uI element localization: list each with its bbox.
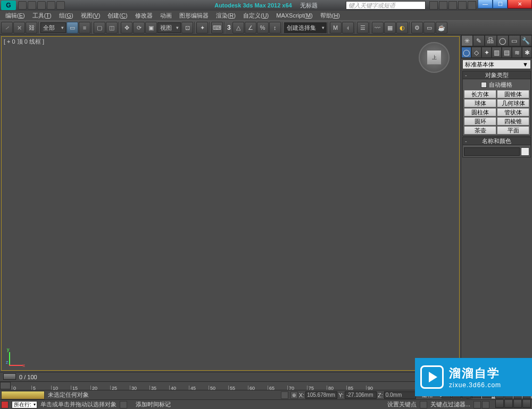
coord-z-input[interactable]: 0.0mm bbox=[384, 391, 416, 399]
bind-icon[interactable]: ⛓ bbox=[26, 22, 37, 34]
menu-编辑[interactable]: 编辑(E) bbox=[2, 11, 28, 20]
coord-y-input[interactable]: -27.106mm bbox=[345, 391, 377, 399]
menu-修改器[interactable]: 修改器 bbox=[132, 11, 156, 20]
link-icon[interactable]: ⟋ bbox=[1, 22, 13, 34]
setkey-button[interactable]: 设置关键点 bbox=[387, 400, 417, 408]
qat-button[interactable] bbox=[47, 1, 55, 10]
window-crossing-icon[interactable]: ◫ bbox=[106, 22, 118, 34]
utilities-tab-icon[interactable]: 🔧 bbox=[520, 35, 532, 46]
rollout-object-type[interactable]: 对象类型 bbox=[462, 71, 531, 79]
object-type-button[interactable]: 圆锥体 bbox=[497, 90, 529, 98]
viewport-label[interactable]: [ + 0 顶 0 线框 ] bbox=[4, 38, 44, 46]
rendered-frame-icon[interactable]: ▭ bbox=[423, 22, 435, 34]
select-object-icon[interactable]: ▭ bbox=[66, 22, 78, 34]
modify-tab-icon[interactable]: ✎ bbox=[473, 35, 485, 46]
object-color-swatch[interactable] bbox=[521, 147, 529, 156]
cameras-icon[interactable]: ▥ bbox=[492, 47, 502, 58]
info-button[interactable] bbox=[468, 1, 476, 10]
minimize-button[interactable]: — bbox=[478, 0, 493, 9]
script-listener-icon[interactable] bbox=[1, 401, 9, 408]
menu-视图[interactable]: 视图(V) bbox=[78, 11, 104, 20]
qat-button[interactable] bbox=[37, 1, 46, 10]
object-type-button[interactable]: 管状体 bbox=[497, 108, 529, 116]
add-time-tag[interactable]: 添加时间标记 bbox=[136, 400, 171, 408]
viewcube[interactable]: 上 bbox=[419, 42, 450, 73]
close-button[interactable]: ✕ bbox=[508, 0, 532, 9]
spacewarps-icon[interactable]: ≋ bbox=[512, 47, 522, 58]
viewcube-face[interactable]: 上 bbox=[427, 50, 442, 65]
manipulate-icon[interactable]: ✦ bbox=[196, 22, 208, 34]
angle-snap-icon[interactable]: ∠ bbox=[245, 22, 256, 34]
object-type-button[interactable]: 圆柱体 bbox=[464, 108, 496, 116]
app-logo-icon[interactable]: G bbox=[1, 1, 16, 10]
menu-自定义[interactable]: 自定义(U) bbox=[240, 11, 272, 20]
scale-icon[interactable]: ▣ bbox=[145, 22, 157, 34]
unlink-icon[interactable]: ⤫ bbox=[13, 22, 25, 34]
zoom-region-icon[interactable] bbox=[495, 399, 504, 408]
object-type-button[interactable]: 球体 bbox=[464, 99, 496, 107]
time-tag-icon[interactable] bbox=[120, 401, 127, 408]
motion-tab-icon[interactable]: ◯ bbox=[497, 35, 509, 46]
menu-渲染[interactable]: 渲染(R) bbox=[213, 11, 239, 20]
info-button[interactable] bbox=[429, 1, 438, 10]
shapes-icon[interactable]: ◇ bbox=[471, 47, 481, 58]
coord-x-input[interactable]: 105.678mm bbox=[305, 391, 337, 399]
lights-icon[interactable]: ✦ bbox=[481, 47, 492, 58]
object-type-button[interactable]: 茶壶 bbox=[464, 126, 496, 135]
object-type-button[interactable]: 长方体 bbox=[464, 90, 496, 98]
rotate-icon[interactable]: ⟳ bbox=[133, 22, 145, 34]
named-selection-dropdown[interactable]: 创建选择集 bbox=[284, 22, 327, 33]
info-button[interactable] bbox=[448, 1, 457, 10]
time-slider-thumb[interactable] bbox=[3, 373, 16, 380]
object-name-input[interactable] bbox=[464, 147, 520, 156]
playback-button[interactable] bbox=[482, 401, 489, 408]
qat-button[interactable] bbox=[18, 1, 27, 10]
info-button[interactable] bbox=[458, 1, 467, 10]
schematic-view-icon[interactable]: ▦ bbox=[384, 22, 396, 34]
rollout-name-color[interactable]: 名称和颜色 bbox=[462, 137, 531, 145]
info-button[interactable] bbox=[439, 1, 447, 10]
keyboard-shortcut-icon[interactable]: ⌨ bbox=[211, 22, 223, 34]
maximize-button[interactable]: ☐ bbox=[493, 0, 508, 9]
menu-帮助[interactable]: 帮助(H) bbox=[317, 11, 343, 20]
autogrid-checkbox[interactable] bbox=[481, 82, 487, 88]
qat-button[interactable] bbox=[28, 1, 36, 10]
snap-toggle-icon[interactable]: △ bbox=[232, 22, 244, 34]
qat-button[interactable] bbox=[56, 1, 65, 10]
align-icon[interactable]: ⫞ bbox=[342, 22, 354, 34]
object-type-button[interactable]: 四棱锥 bbox=[497, 117, 529, 126]
layer-manager-icon[interactable]: ☰ bbox=[357, 22, 369, 34]
pivot-center-icon[interactable]: ⊡ bbox=[181, 22, 193, 34]
material-editor-icon[interactable]: ◐ bbox=[396, 22, 408, 34]
playback-button[interactable] bbox=[473, 401, 481, 408]
row-dropdown[interactable]: 所在行: bbox=[12, 401, 37, 408]
render-production-icon[interactable]: ☕ bbox=[436, 22, 447, 34]
key-filter-link[interactable]: 关键点过滤器... bbox=[430, 400, 470, 408]
transform-mode-icon[interactable]: ⊕ bbox=[290, 391, 298, 399]
menu-MAXScript[interactable]: MAXScript(M) bbox=[273, 12, 315, 19]
object-type-button[interactable]: 几何球体 bbox=[497, 99, 529, 107]
object-type-button[interactable]: 平面 bbox=[497, 126, 529, 135]
menu-组[interactable]: 组(G) bbox=[56, 11, 77, 20]
orbit-icon[interactable] bbox=[504, 399, 513, 408]
menu-图形编辑器[interactable]: 图形编辑器 bbox=[176, 11, 212, 20]
geometry-category-dropdown[interactable]: 标准基本体▼ bbox=[462, 60, 531, 69]
curve-editor-icon[interactable]: 〰 bbox=[372, 22, 384, 34]
help-search-input[interactable]: 键入关键字或短语 bbox=[346, 1, 426, 10]
render-setup-icon[interactable]: ⚙ bbox=[411, 22, 423, 34]
rect-region-icon[interactable]: ▢ bbox=[94, 22, 105, 34]
mirror-icon[interactable]: M bbox=[330, 22, 342, 34]
move-icon[interactable]: ✥ bbox=[121, 22, 132, 34]
menu-创建[interactable]: 创建(C) bbox=[104, 11, 130, 20]
create-tab-icon[interactable]: ✳ bbox=[461, 35, 473, 46]
menu-动画[interactable]: 动画 bbox=[157, 11, 175, 20]
autogrid-row[interactable]: 自动栅格 bbox=[464, 80, 529, 89]
selection-filter-dropdown[interactable]: 全部 bbox=[40, 22, 66, 33]
trackbar-key-button[interactable] bbox=[0, 382, 11, 389]
hierarchy-tab-icon[interactable]: 品 bbox=[485, 35, 496, 46]
menu-工具[interactable]: 工具(T) bbox=[29, 11, 55, 20]
systems-icon[interactable]: ✱ bbox=[522, 47, 532, 58]
mini-curve-editor[interactable] bbox=[1, 391, 45, 399]
spinner-snap-icon[interactable]: ↕ bbox=[269, 22, 281, 34]
key-mode-icon[interactable] bbox=[420, 401, 427, 408]
